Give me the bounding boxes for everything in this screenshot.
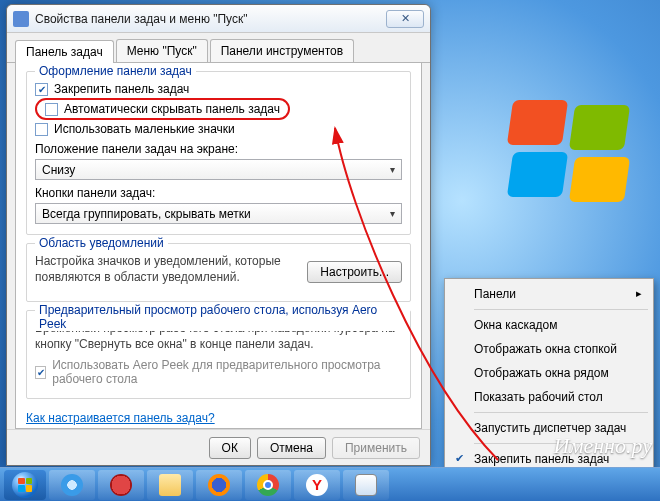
dialog-button-row: ОК Отмена Применить: [7, 429, 430, 465]
select-taskbar-buttons[interactable]: Всегда группировать, скрывать метки ▾: [35, 203, 402, 224]
apply-button[interactable]: Применить: [332, 437, 420, 459]
label-small-icons: Использовать маленькие значки: [54, 122, 235, 136]
check-icon: ✔: [455, 452, 464, 465]
opera-icon: [110, 474, 132, 496]
group-notification-area: Область уведомлений Настройка значков и …: [26, 243, 411, 302]
select-taskbar-position[interactable]: Снизу ▾: [35, 159, 402, 180]
group-aero-peek: Предварительный просмотр рабочего стола,…: [26, 310, 411, 399]
select-position-value: Снизу: [42, 163, 75, 177]
menu-show-desktop[interactable]: Показать рабочий стол: [448, 385, 650, 409]
ok-button[interactable]: ОК: [209, 437, 251, 459]
menu-separator: [474, 412, 648, 413]
group-peek-title: Предварительный просмотр рабочего стола,…: [35, 303, 410, 331]
taskbar-item-explorer[interactable]: [147, 470, 193, 500]
group-notify-title: Область уведомлений: [35, 236, 168, 250]
help-link[interactable]: Как настраивается панель задач?: [26, 411, 215, 425]
customize-button[interactable]: Настроить...: [307, 261, 402, 283]
taskbar-item-ie[interactable]: [49, 470, 95, 500]
menu-cascade[interactable]: Окна каскадом: [448, 313, 650, 337]
label-buttons: Кнопки панели задач:: [35, 186, 402, 200]
highlight-autohide: Автоматически скрывать панель задач: [35, 98, 290, 120]
watermark: Именно.ру: [554, 433, 653, 459]
cancel-button[interactable]: Отмена: [257, 437, 326, 459]
taskbar-item-chrome[interactable]: [245, 470, 291, 500]
yandex-icon: Y: [306, 474, 328, 496]
checkbox-lock-taskbar[interactable]: ✔: [35, 83, 48, 96]
checkbox-small-icons[interactable]: [35, 123, 48, 136]
label-lock-taskbar: Закрепить панель задач: [54, 82, 189, 96]
dialog-icon: [13, 11, 29, 27]
taskbar-item-yandex[interactable]: Y: [294, 470, 340, 500]
tab-startmenu[interactable]: Меню "Пуск": [116, 39, 208, 62]
dialog-titlebar[interactable]: Свойства панели задач и меню "Пуск" ✕: [7, 5, 430, 33]
tab-toolbars[interactable]: Панели инструментов: [210, 39, 354, 62]
firefox-icon: [208, 474, 230, 496]
select-buttons-value: Всегда группировать, скрывать метки: [42, 207, 251, 221]
taskbar-item-app[interactable]: [343, 470, 389, 500]
taskbar-item-opera[interactable]: [98, 470, 144, 500]
menu-separator: [474, 309, 648, 310]
tab-content: Оформление панели задач ✔ Закрепить пане…: [15, 63, 422, 429]
menu-side-by-side[interactable]: Отображать окна рядом: [448, 361, 650, 385]
tab-strip: Панель задач Меню "Пуск" Панели инструме…: [7, 33, 430, 63]
windows-start-icon: [12, 472, 38, 498]
group-appearance: Оформление панели задач ✔ Закрепить пане…: [26, 71, 411, 235]
close-button[interactable]: ✕: [386, 10, 424, 28]
chrome-icon: [257, 474, 279, 496]
checkbox-aero-peek[interactable]: ✔: [35, 366, 46, 379]
label-autohide: Автоматически скрывать панель задач: [64, 102, 280, 116]
tab-taskbar[interactable]: Панель задач: [15, 40, 114, 63]
label-aero-peek: Использовать Aero Peek для предварительн…: [52, 358, 402, 386]
group-appearance-title: Оформление панели задач: [35, 64, 196, 78]
chevron-down-icon: ▾: [390, 164, 395, 175]
menu-panels[interactable]: Панели: [448, 282, 650, 306]
dialog-title: Свойства панели задач и меню "Пуск": [35, 12, 386, 26]
start-button[interactable]: [4, 470, 46, 500]
taskbar-item-firefox[interactable]: [196, 470, 242, 500]
folder-icon: [159, 474, 181, 496]
ie-icon: [61, 474, 83, 496]
notify-text: Настройка значков и уведомлений, которые…: [35, 254, 299, 285]
checkbox-autohide[interactable]: [45, 103, 58, 116]
label-position: Положение панели задач на экране:: [35, 142, 402, 156]
taskbar-properties-dialog: Свойства панели задач и меню "Пуск" ✕ Па…: [6, 4, 431, 466]
app-icon: [355, 474, 377, 496]
menu-stack[interactable]: Отображать окна стопкой: [448, 337, 650, 361]
taskbar[interactable]: Y: [0, 467, 660, 501]
chevron-down-icon: ▾: [390, 208, 395, 219]
